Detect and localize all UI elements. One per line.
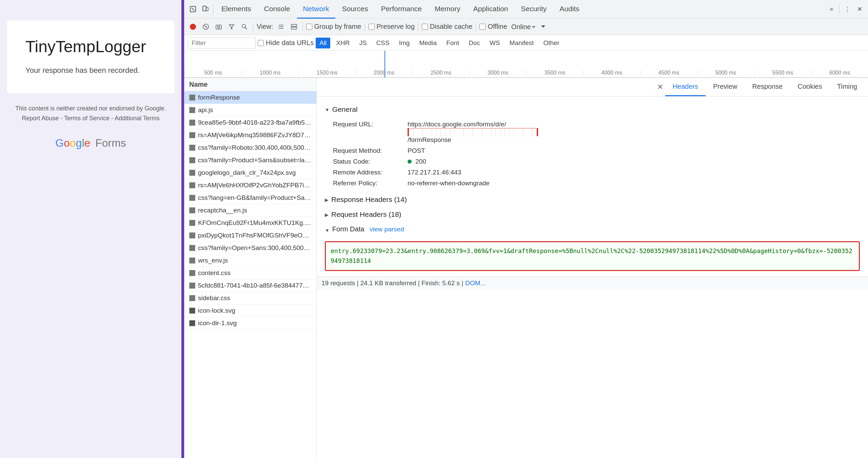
file-name-11: pxiDypQkot1TnFhsFMOfGShVF9eOYktMqg.woff2 — [198, 232, 312, 239]
tab-security[interactable]: Security — [515, 0, 553, 19]
file-item-16[interactable]: sidebar.css — [184, 292, 316, 305]
file-icon-3 — [189, 132, 195, 138]
file-item-6[interactable]: googlelogo_dark_clr_74x24px.svg — [184, 167, 316, 179]
close-details-button[interactable]: ✕ — [655, 82, 665, 92]
file-name-12: css?family=Open+Sans:300,400,500,600,700… — [198, 244, 312, 252]
file-item-0[interactable]: formResponse — [184, 91, 316, 104]
file-item-15[interactable]: 5cfdc881-7041-4b10-a85f-6e384477317b — [184, 279, 316, 292]
filter-css[interactable]: CSS — [373, 38, 393, 48]
details-tab-headers[interactable]: Headers — [665, 78, 706, 96]
file-item-10[interactable]: KFOmCnqEu92Fr1Mu4mxKKTU1Kg.woff2 — [184, 217, 316, 229]
file-name-7: rs=AMjVe6hHXfOifP2vGhYobZFPB7icec80xQ — [198, 182, 312, 189]
tab-audits[interactable]: Audits — [553, 0, 585, 19]
offline-label[interactable]: Offline — [488, 23, 507, 30]
file-item-9[interactable]: recaptcha__en.js — [184, 204, 316, 217]
timeline-mark-5: 3000 ms — [469, 70, 526, 76]
filter-js[interactable]: JS — [355, 38, 370, 48]
screenshot-button[interactable] — [214, 22, 224, 32]
form-data-section-header[interactable]: Form Data view parsed — [325, 222, 860, 238]
request-headers-section-header[interactable]: Request Headers (18) — [325, 207, 860, 222]
file-item-12[interactable]: css?family=Open+Sans:300,400,500,600,700… — [184, 242, 316, 254]
tab-sources[interactable]: Sources — [336, 0, 374, 19]
tab-memory[interactable]: Memory — [429, 0, 467, 19]
file-item-13[interactable]: wrs_env.js — [184, 254, 316, 267]
preserve-log-checkbox[interactable] — [369, 24, 375, 30]
group-by-frame-checkbox[interactable] — [306, 24, 312, 30]
dom-link[interactable]: DOM... — [465, 279, 486, 287]
file-item-5[interactable]: css?family=Product+Sans&subset=latin,vie… — [184, 154, 316, 167]
file-item-11[interactable]: pxiDypQkot1TnFhsFMOfGShVF9eOYktMqg.woff2 — [184, 229, 316, 242]
file-item-18[interactable]: icon-dir-1.svg — [184, 317, 316, 330]
preserve-log-label[interactable]: Preserve log — [377, 23, 415, 30]
filter-xhr[interactable]: XHR — [332, 38, 353, 48]
request-url-key: Request URL: — [333, 121, 408, 128]
filter-ws[interactable]: WS — [486, 38, 504, 48]
form-data-header: Form Data view parsed — [332, 225, 404, 233]
search-button[interactable] — [239, 22, 250, 32]
filter-manifest[interactable]: Manifest — [506, 38, 538, 48]
general-section-title: General — [332, 105, 358, 113]
svg-rect-14 — [291, 24, 297, 26]
general-section-header[interactable]: General — [325, 102, 860, 117]
more-tabs-button[interactable]: » — [826, 3, 837, 15]
filter-img[interactable]: Img — [395, 38, 414, 48]
filter-all[interactable]: All — [316, 38, 330, 48]
form-data-title: Form Data — [332, 225, 364, 233]
settings-icon[interactable]: ⋮ — [842, 3, 853, 15]
filter-media[interactable]: Media — [415, 38, 440, 48]
file-icon-12 — [189, 245, 195, 251]
file-name-5: css?family=Product+Sans&subset=latin,vie… — [198, 157, 312, 164]
filter-doc[interactable]: Doc — [465, 38, 484, 48]
status-bar: 19 requests | 24.1 KB transferred | Fini… — [317, 276, 868, 290]
more-icon[interactable]: » — [826, 3, 837, 15]
close-devtools-icon[interactable]: ✕ — [854, 3, 865, 15]
tab-performance[interactable]: Performance — [375, 0, 428, 19]
file-item-14[interactable]: content.css — [184, 267, 316, 279]
filter-input[interactable] — [188, 38, 256, 48]
details-tab-response[interactable]: Response — [745, 78, 790, 96]
file-item-3[interactable]: rs=AMjVe6ikpMrnq359886FZvJY8D7Y0SyxrA — [184, 129, 316, 142]
filter-other[interactable]: Other — [539, 38, 563, 48]
group-by-frame-label[interactable]: Group by frame — [314, 23, 361, 30]
timeline: 500 ms 1000 ms 1500 ms 2000 ms 2500 ms 3… — [184, 51, 868, 78]
file-item-1[interactable]: api.js — [184, 104, 316, 117]
record-button[interactable] — [188, 22, 198, 32]
file-name-6: googlelogo_dark_clr_74x24px.svg — [198, 169, 296, 176]
file-item-17[interactable]: icon-lock.svg — [184, 305, 316, 317]
device-toolbar-icon[interactable] — [199, 3, 211, 15]
details-tab-timing[interactable]: Timing — [830, 78, 865, 96]
file-icon-2 — [189, 120, 195, 126]
inspect-icon[interactable] — [187, 3, 199, 15]
offline-checkbox[interactable] — [479, 24, 486, 30]
hide-data-urls-checkbox[interactable] — [258, 40, 264, 46]
file-item-7[interactable]: rs=AMjVe6hHXfOifP2vGhYobZFPB7icec80xQ — [184, 179, 316, 192]
file-item-4[interactable]: css?family=Roboto:300,400,400i,500,700&s… — [184, 142, 316, 154]
filter-button[interactable] — [226, 22, 237, 32]
view-parsed-link[interactable]: view parsed — [370, 226, 404, 233]
file-item-8[interactable]: css?lang=en-GB&family=Product+Sans|Robot… — [184, 192, 316, 204]
tab-elements[interactable]: Elements — [215, 0, 257, 19]
details-tab-cookies[interactable]: Cookies — [790, 78, 829, 96]
throttle-select[interactable]: Online — [510, 23, 536, 31]
list-view-button[interactable] — [276, 22, 286, 32]
tab-application[interactable]: Application — [467, 0, 514, 19]
hide-data-urls-label[interactable]: Hide data URLs — [266, 39, 314, 47]
file-icon-7 — [189, 182, 195, 188]
status-dot — [408, 160, 412, 164]
file-item-2[interactable]: 9cea85e5-9bbf-4018-a223-fba7a9fb5d20 — [184, 117, 316, 129]
disable-cache-label[interactable]: Disable cache — [430, 23, 473, 30]
svg-point-7 — [218, 26, 220, 28]
throttle-dropdown-icon[interactable] — [540, 24, 546, 29]
filter-font[interactable]: Font — [442, 38, 463, 48]
response-headers-section-title: Response Headers (14) — [331, 195, 407, 204]
timeline-mark-3: 2000 ms — [355, 70, 412, 76]
tab-console[interactable]: Console — [258, 0, 296, 19]
response-headers-section-header[interactable]: Response Headers (14) — [325, 192, 860, 207]
clear-button[interactable] — [201, 22, 211, 32]
file-icon-5 — [189, 157, 195, 163]
disable-cache-checkbox[interactable] — [422, 24, 428, 30]
details-tab-preview[interactable]: Preview — [706, 78, 745, 96]
form-subtitle: Your response has been recorded. — [25, 66, 156, 75]
tab-network[interactable]: Network — [297, 0, 335, 19]
large-view-button[interactable] — [289, 22, 299, 32]
